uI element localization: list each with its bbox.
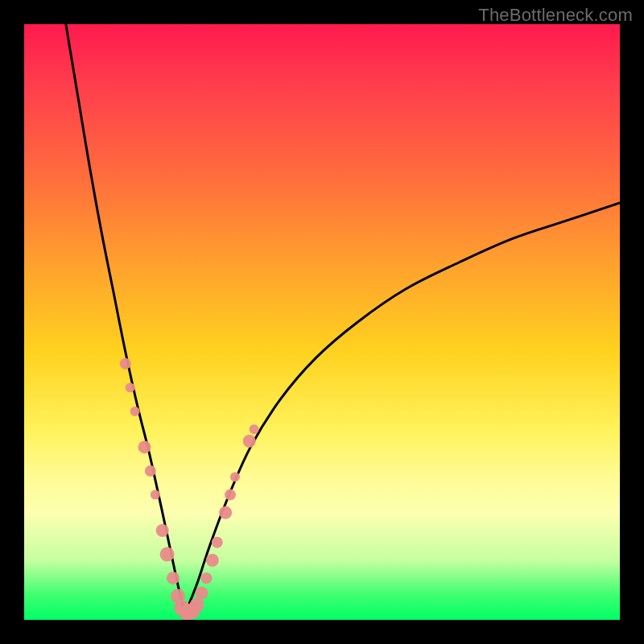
marker-point [190,598,204,613]
marker-point [250,424,259,434]
marker-point [126,382,135,392]
marker-point [200,572,212,584]
marker-point [212,537,223,548]
app-frame: TheBottleneck.com [0,0,644,644]
marker-point [151,490,160,500]
marker-point [167,572,180,584]
marker-point [160,547,175,562]
watermark-text: TheBottleneck.com [478,5,633,26]
marker-point [120,358,131,369]
marker-group [120,358,259,620]
marker-point [196,587,208,600]
marker-point [206,554,219,567]
marker-layer [24,24,620,620]
marker-point [156,524,169,537]
plot-area [24,24,620,620]
marker-point [243,435,256,448]
marker-point [225,489,236,501]
marker-point [138,440,151,453]
marker-point [219,506,232,519]
marker-point [230,472,240,481]
marker-point [130,407,140,416]
marker-point [145,465,156,477]
